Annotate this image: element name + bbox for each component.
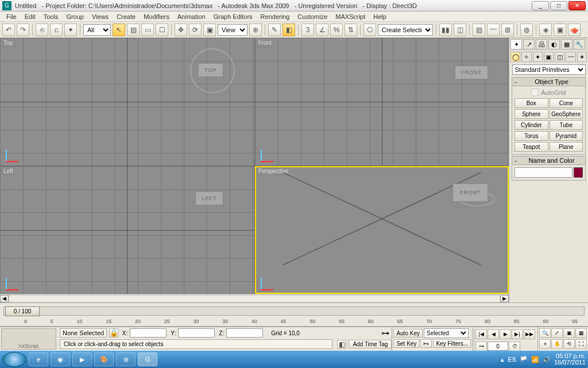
next-frame-button[interactable]: ▶| [512,329,523,339]
rotate-button[interactable]: ⟳ [189,24,202,36]
viewport-hscroll[interactable]: ◀ ▶ [0,294,509,302]
key-filter-mode[interactable]: Selected [424,328,469,338]
task-chrome-icon[interactable]: ◉ [51,352,70,366]
bind-button[interactable]: ✦ [64,24,77,36]
set-key-big-button[interactable]: 🗝 [420,339,432,348]
undo-button[interactable]: ↶ [2,24,15,36]
name-color-rollout[interactable]: -Name and Color [512,156,586,165]
pivot-center-button[interactable]: ⊕ [249,24,262,36]
zoom-all-button[interactable]: ⤢ [551,328,563,338]
category-select[interactable]: Standard Primitives [512,64,586,75]
named-selection-sets[interactable]: Create Selection Set [378,24,433,36]
autogrid-checkbox[interactable] [531,89,539,96]
object-color-swatch[interactable] [574,167,583,178]
menu-rendering[interactable]: Rendering [257,13,294,20]
coord-y-input[interactable] [178,328,215,338]
cone-button[interactable]: Cone [550,98,583,108]
menu-create[interactable]: Create [113,13,140,20]
render-setup-button[interactable]: ◈ [539,24,552,36]
lang-indicator[interactable]: ES [508,356,516,363]
maxscript-listener[interactable]: 'AXScript. [1,328,56,350]
manipulate-button[interactable]: ✎ [268,24,281,36]
rendered-frame-button[interactable]: ▣ [554,24,566,36]
rect-region-button[interactable]: ▭ [141,24,154,36]
scroll-right-arrow-icon[interactable]: ▶ [500,295,509,302]
goto-end-button[interactable]: ▶▶ [524,329,535,339]
key-mode-button[interactable]: ⊶ [475,342,487,351]
menu-tools[interactable]: Tools [40,13,63,20]
auto-key-button[interactable]: Auto Key [393,329,423,338]
pan-button[interactable]: ✋ [551,339,563,349]
start-button[interactable] [2,352,26,367]
layer-manager-button[interactable]: ▤ [473,24,485,36]
geometry-cat-icon[interactable]: ◯ [510,52,520,62]
select-by-name-button[interactable]: ▤ [127,24,140,36]
unlink-button[interactable]: ⎌ [50,24,63,36]
key-filters-button[interactable]: Key Filters... [433,339,471,348]
tray-volume-icon[interactable]: 🔊 [543,356,551,363]
time-slider-knob[interactable]: 0 / 100 [5,306,40,316]
task-3dsmax-icon[interactable]: G [138,352,157,366]
clock-date[interactable]: 16/07/2011 [554,359,586,366]
tube-button[interactable]: Tube [550,120,583,130]
set-key-button[interactable]: Set Key [393,339,419,348]
schematic-view-button[interactable]: ⊞ [501,24,514,36]
max-toggle-button[interactable]: ⛶ [575,339,587,349]
sphere-button[interactable]: Sphere [514,109,548,119]
edit-named-sel-button[interactable]: ⎔ [363,24,376,36]
time-slider[interactable]: 0 / 100 [0,302,588,319]
tray-expand-icon[interactable]: ▴ [501,356,504,363]
align-button[interactable]: ◫ [454,24,466,36]
zoom-extents-button[interactable]: ▣ [563,328,575,338]
shapes-cat-icon[interactable]: ✧ [521,52,531,62]
motion-tab-icon[interactable]: ◐ [548,39,560,49]
viewcube-front[interactable]: FRONT [455,66,488,79]
material-editor-button[interactable]: ◍ [520,24,533,36]
system-tray[interactable]: ▴ ES 🏳️ 📶 🔊 05:07 p.m. 16/07/2011 [501,353,586,366]
selection-filter[interactable]: All [83,24,111,36]
utilities-tab-icon[interactable]: 🔧 [574,39,585,49]
zoom-button[interactable]: 🔍 [539,328,551,338]
systems-cat-icon[interactable]: ✶ [577,52,587,62]
pyramid-button[interactable]: Pyramid [550,131,583,141]
curve-editor-button[interactable]: 〰 [487,24,500,36]
object-name-input[interactable] [514,167,572,178]
menu-customize[interactable]: Customize [293,13,331,20]
keyboard-shortcut-toggle[interactable]: ◧ [283,24,295,36]
time-config-button[interactable]: ⏱ [509,342,520,351]
task-paint-icon[interactable]: 🎨 [94,352,114,366]
select-object-button[interactable]: ↖ [113,24,125,36]
spinner-snap-button[interactable]: ⇅ [345,24,357,36]
torus-button[interactable]: Torus [514,131,548,141]
fov-button[interactable]: ⌖ [539,339,551,349]
menu-modifiers[interactable]: Modifiers [140,13,173,20]
zoom-extents-all-button[interactable]: ▦ [575,328,587,338]
lock-selection-icon[interactable]: 🔒 [109,328,118,338]
modify-tab-icon[interactable]: ↗ [523,39,535,49]
redo-button[interactable]: ↷ [17,24,29,36]
viewport-front[interactable]: Front FRONT [255,38,509,166]
link-button[interactable]: ⎋ [36,24,48,36]
cylinder-button[interactable]: Cylinder [514,120,548,130]
render-button[interactable]: 🫖 [568,24,581,36]
close-button[interactable]: ✕ [568,1,586,10]
snap-toggle[interactable]: 3 [301,24,314,36]
create-tab-icon[interactable]: ✦ [510,39,522,49]
current-frame-input[interactable] [488,342,508,351]
ref-coord-system[interactable]: View [218,24,247,36]
viewcube-persp[interactable]: FRONT [452,183,488,202]
orbit-button[interactable]: ⟲ [563,339,575,349]
tray-network-icon[interactable]: 📶 [531,356,539,363]
plane-button[interactable]: Plane [550,142,583,152]
mirror-button[interactable]: ▮▮ [439,24,452,36]
coord-z-input[interactable] [226,328,263,338]
coord-x-input[interactable] [130,328,167,338]
minimize-button[interactable]: _ [532,1,549,10]
tray-flag-icon[interactable]: 🏳️ [520,356,528,363]
scroll-left-arrow-icon[interactable]: ◀ [0,295,9,302]
viewport-perspective[interactable]: Perspective FRONT [255,166,509,294]
menu-edit[interactable]: Edit [21,13,40,20]
angle-snap-button[interactable]: ∠ [316,24,328,36]
play-button[interactable]: ▶ [500,329,511,339]
task-steam-icon[interactable]: ⊚ [116,352,136,366]
